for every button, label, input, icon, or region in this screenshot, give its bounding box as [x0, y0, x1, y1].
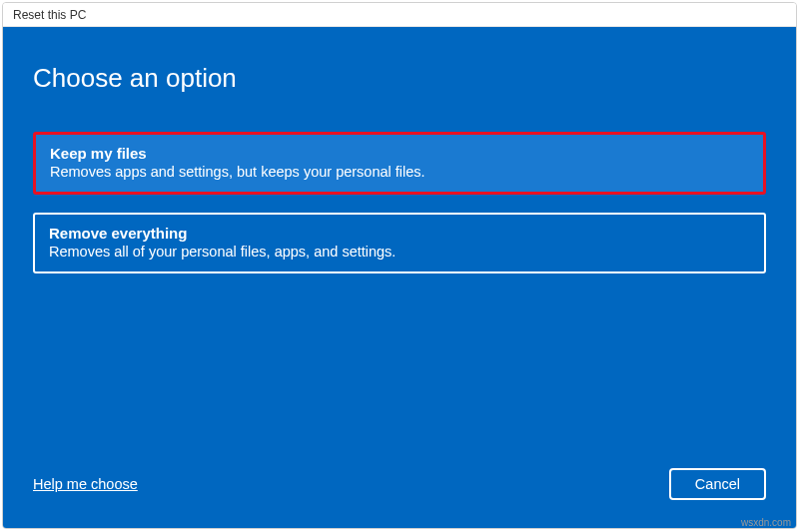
option-remove-everything-title: Remove everything [49, 225, 750, 242]
option-remove-everything[interactable]: Remove everything Removes all of your pe… [33, 213, 766, 273]
option-keep-files-desc: Removes apps and settings, but keeps you… [50, 164, 749, 180]
help-me-choose-link[interactable]: Help me choose [33, 476, 138, 492]
window-titlebar: Reset this PC [3, 3, 796, 27]
option-remove-everything-desc: Removes all of your personal files, apps… [49, 244, 750, 260]
page-heading: Choose an option [33, 63, 766, 94]
watermark-text: wsxdn.com [741, 517, 791, 528]
cancel-button[interactable]: Cancel [669, 468, 766, 500]
option-keep-files-title: Keep my files [50, 145, 749, 162]
window-title: Reset this PC [13, 8, 86, 22]
reset-pc-window: Reset this PC Choose an option Keep my f… [2, 2, 797, 529]
dialog-content: Choose an option Keep my files Removes a… [3, 27, 796, 528]
option-keep-files[interactable]: Keep my files Removes apps and settings,… [33, 132, 766, 195]
options-list: Keep my files Removes apps and settings,… [33, 132, 766, 273]
dialog-footer: Help me choose Cancel [33, 468, 766, 500]
